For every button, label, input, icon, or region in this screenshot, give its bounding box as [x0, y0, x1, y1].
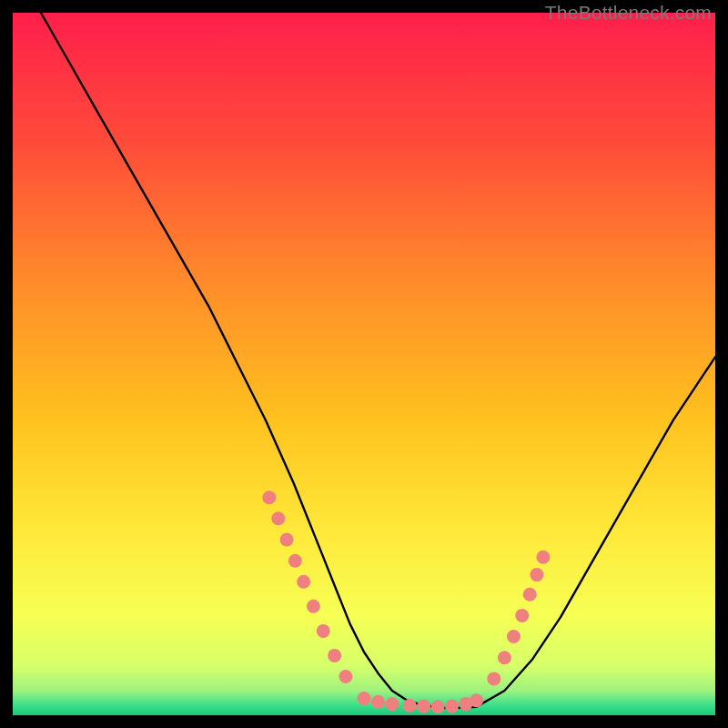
- data-dot: [339, 670, 352, 683]
- data-dot: [371, 695, 385, 709]
- data-dot: [307, 600, 320, 613]
- chart-svg: [13, 13, 715, 715]
- data-dot: [403, 699, 417, 713]
- data-dot: [271, 511, 285, 525]
- data-dot: [328, 649, 341, 662]
- data-dot: [288, 554, 302, 568]
- data-dot: [515, 609, 529, 622]
- chart-frame: [13, 13, 715, 715]
- data-dot: [523, 588, 537, 602]
- data-dot: [498, 651, 511, 664]
- data-dot: [536, 551, 550, 564]
- data-dot: [297, 575, 310, 589]
- data-dot: [262, 490, 276, 504]
- data-dot: [431, 700, 445, 713]
- data-dot: [445, 700, 459, 713]
- watermark-text: TheBottleneck.com: [545, 2, 712, 24]
- data-dot: [470, 693, 483, 707]
- data-dot: [487, 672, 500, 685]
- data-dot: [385, 697, 399, 711]
- data-dot: [417, 700, 430, 713]
- data-dot: [317, 624, 330, 638]
- data-dot: [280, 533, 294, 547]
- data-dot: [530, 568, 543, 581]
- gradient-background: [13, 13, 715, 715]
- data-dot: [507, 630, 521, 643]
- data-dot: [358, 692, 371, 705]
